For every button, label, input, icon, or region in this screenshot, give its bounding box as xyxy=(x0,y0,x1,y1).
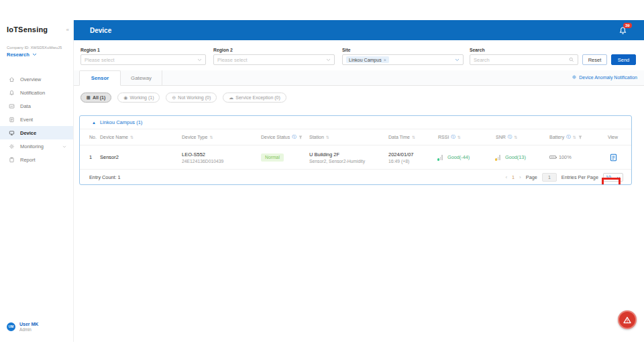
bell-icon xyxy=(9,90,15,96)
cell-rssi: Good(-44) xyxy=(438,154,496,160)
main-panel: Device 39 Region 1 Please select Region … xyxy=(74,20,644,342)
chip-label: Working (1) xyxy=(129,95,154,100)
event-doc-icon xyxy=(9,117,15,123)
col-view: View xyxy=(608,135,631,139)
sort-icon[interactable]: ⇅ xyxy=(326,135,329,139)
tab-sensor[interactable]: Sensor xyxy=(79,70,121,86)
info-icon[interactable]: ⓘ xyxy=(451,134,455,140)
chip-label: Service Exception (0) xyxy=(235,95,280,100)
notification-bell-button[interactable]: 39 xyxy=(619,25,628,35)
info-icon[interactable]: ⓘ xyxy=(566,134,571,140)
region1-select[interactable]: Please select xyxy=(80,54,206,65)
filter-bar: Region 1 Please select Region 2 Please s… xyxy=(74,40,644,70)
current-page-number[interactable]: 1 xyxy=(512,174,515,180)
status-filter-chips: ⊞ All (1) ◉ Working (1) ⊖ Not Working (0… xyxy=(80,93,286,103)
chip-label: Not Working (0) xyxy=(178,95,211,100)
sort-icon[interactable]: ⇅ xyxy=(412,135,415,139)
cell-data-time: 2024/01/07 16:49 (+8) xyxy=(388,152,438,164)
grid-icon: ⊞ xyxy=(87,95,91,100)
sidebar-item-notification[interactable]: Notification xyxy=(0,86,73,99)
home-icon xyxy=(9,76,15,82)
sidebar-item-label: Notification xyxy=(20,90,45,96)
page-title: Device xyxy=(90,27,111,34)
region2-label: Region 2 xyxy=(213,48,233,52)
page-number-input[interactable] xyxy=(542,173,557,182)
chip-working[interactable]: ◉ Working (1) xyxy=(117,93,160,103)
info-icon[interactable]: ⓘ xyxy=(292,134,297,140)
sidebar-item-device[interactable]: Device xyxy=(0,126,73,139)
region2-placeholder: Please select xyxy=(217,57,248,63)
working-dot-icon: ◉ xyxy=(123,95,127,100)
sidebar-item-monitoring[interactable]: Monitoring xyxy=(0,139,73,153)
chip-not-working[interactable]: ⊖ Not Working (0) xyxy=(166,93,217,103)
chip-all[interactable]: ⊞ All (1) xyxy=(80,93,111,103)
sort-icon[interactable]: ⇅ xyxy=(458,135,461,139)
filter-icon[interactable] xyxy=(299,135,303,139)
region2-select[interactable]: Please select xyxy=(213,54,335,65)
site-label: Site xyxy=(342,48,350,52)
device-row-sensor2: 1 Sensor2 LEO-S552 24E124136D010439 Norm… xyxy=(80,145,631,170)
sidebar-item-overview[interactable]: Overview xyxy=(0,72,73,86)
col-battery: Batteryⓘ⇅ xyxy=(549,134,608,140)
data-time: 16:49 (+8) xyxy=(388,159,438,164)
group-header-linkou-campus[interactable]: ▲ Linkou Campus (1) xyxy=(80,116,631,129)
sidebar-item-label: Report xyxy=(20,157,36,163)
user-role: Admin xyxy=(19,327,38,332)
alert-fab-button[interactable] xyxy=(618,310,637,329)
site-select[interactable]: Linkou Campus × xyxy=(342,54,464,65)
device-anomaly-notification-link[interactable]: Device Anomaly Notification xyxy=(572,74,637,80)
entries-per-page-value: 10 xyxy=(606,175,611,180)
cell-station: U Building 2F Sensor2, Sensor2-Humidity xyxy=(309,152,388,164)
pagination: ‹ 1 › Page Entries Per Page 10 xyxy=(505,173,623,182)
org-name: Research xyxy=(7,52,30,58)
reset-button[interactable]: Reset xyxy=(582,54,607,65)
notification-count-badge: 39 xyxy=(623,23,632,28)
chevron-down-icon xyxy=(326,58,331,62)
gear-icon xyxy=(9,143,15,149)
cell-device-name: Sensor2 xyxy=(100,154,182,160)
col-no: No. xyxy=(89,135,100,139)
search-input[interactable] xyxy=(474,57,569,63)
prev-page-button[interactable]: ‹ xyxy=(505,174,507,180)
col-device-type: Device Type⇅ xyxy=(182,135,261,139)
org-selector[interactable]: Research xyxy=(0,50,73,58)
sidebar-item-data[interactable]: Data xyxy=(0,99,73,113)
sort-icon[interactable]: ⇅ xyxy=(209,135,213,139)
company-id: Company ID: XWSD5XuWwuJ5 xyxy=(0,34,73,50)
collapse-triangle-icon: ▲ xyxy=(92,121,96,125)
info-icon[interactable]: ⓘ xyxy=(508,134,513,140)
cell-view xyxy=(608,152,631,163)
chevron-down-icon xyxy=(616,176,621,179)
status-badge: Normal xyxy=(261,154,284,162)
send-button[interactable]: Send xyxy=(611,54,636,65)
next-page-button[interactable]: › xyxy=(519,174,521,180)
user-profile[interactable]: UM User MK Admin xyxy=(0,322,73,332)
region1-label: Region 1 xyxy=(80,48,100,52)
region1-placeholder: Please select xyxy=(85,57,115,63)
sidebar-item-event[interactable]: Event xyxy=(0,113,73,126)
tab-gateway[interactable]: Gateway xyxy=(121,70,162,85)
close-icon[interactable]: × xyxy=(384,58,386,62)
station-sensors: Sensor2, Sensor2-Humidity xyxy=(309,159,388,164)
device-model: LEO-S552 xyxy=(182,152,261,158)
chevron-down-icon xyxy=(62,143,66,149)
chip-service-exception[interactable]: ☁ Service Exception (0) xyxy=(223,93,286,103)
sort-icon[interactable]: ⇅ xyxy=(130,135,133,139)
device-monitor-icon xyxy=(9,130,15,136)
filter-icon[interactable] xyxy=(578,135,582,139)
collapse-sidebar-icon[interactable]: « xyxy=(66,27,69,33)
avatar: UM xyxy=(7,322,15,331)
sort-icon[interactable]: ⇅ xyxy=(573,135,576,139)
col-rssi: RSSIⓘ⇅ xyxy=(438,134,496,140)
col-snr: SNRⓘ⇅ xyxy=(496,134,549,140)
sidebar-item-report[interactable]: Report xyxy=(0,153,73,166)
chip-label: All (1) xyxy=(93,95,105,100)
entries-per-page-select[interactable]: 10 xyxy=(603,173,623,182)
entry-count: Entry Count: 1 xyxy=(89,174,121,180)
site-tag-label: Linkou Campus xyxy=(349,58,382,62)
cell-device-status: Normal xyxy=(261,154,309,162)
sort-icon[interactable]: ⇅ xyxy=(514,135,517,139)
view-details-button[interactable] xyxy=(608,152,619,163)
cell-snr: Good(13) xyxy=(496,154,549,160)
search-icon xyxy=(569,57,574,62)
